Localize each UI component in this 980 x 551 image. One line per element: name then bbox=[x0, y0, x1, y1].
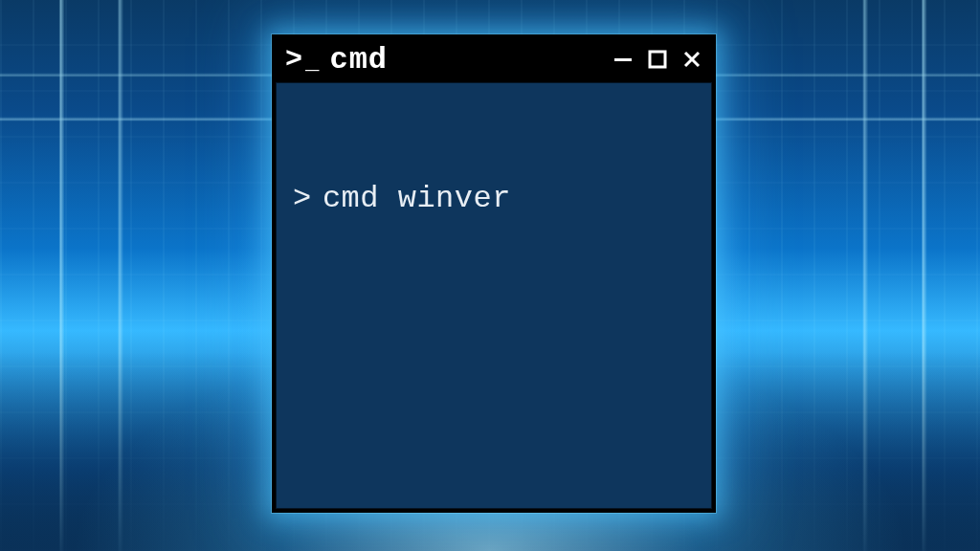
maximize-button[interactable] bbox=[645, 47, 670, 72]
close-icon bbox=[681, 49, 702, 70]
window-title: cmd bbox=[329, 42, 388, 77]
terminal-body[interactable]: > cmd winver bbox=[276, 82, 712, 509]
command-text: cmd winver bbox=[323, 179, 511, 219]
prompt-icon: >_ bbox=[285, 45, 320, 74]
minimize-button[interactable] bbox=[611, 47, 635, 72]
svg-rect-1 bbox=[650, 52, 665, 67]
terminal-window: >_ cmd > cmd bbox=[272, 34, 716, 513]
maximize-icon bbox=[647, 49, 668, 70]
svg-rect-0 bbox=[614, 58, 632, 61]
titlebar[interactable]: >_ cmd bbox=[274, 36, 714, 82]
window-controls bbox=[611, 47, 704, 72]
terminal-line: > cmd winver bbox=[293, 179, 695, 219]
prompt-icon-gt: > bbox=[285, 45, 303, 74]
minimize-icon bbox=[612, 49, 634, 70]
prompt-icon-underscore: _ bbox=[305, 52, 320, 75]
close-button[interactable] bbox=[679, 47, 704, 72]
prompt-symbol: > bbox=[293, 179, 312, 219]
